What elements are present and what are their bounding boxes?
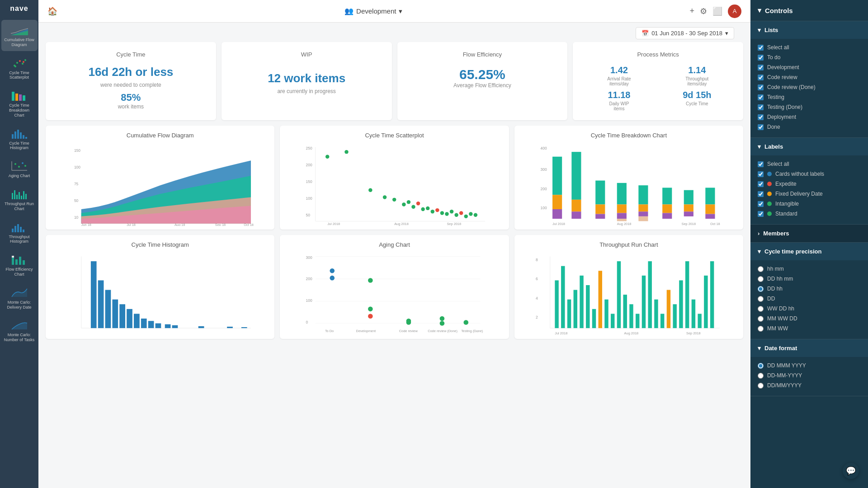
label-fixed-delivery[interactable]: Fixed Delivery Date — [758, 189, 861, 199]
sidebar-item-cfd[interactable]: Cumulative FlowDiagram — [1, 20, 38, 51]
precision-hhmm[interactable]: hh mm — [758, 264, 861, 274]
precision-wwddhh[interactable]: WW DD hh — [758, 304, 861, 314]
label-cards-no-labels-checkbox[interactable] — [758, 171, 764, 177]
label-select-all-checkbox[interactable] — [758, 161, 764, 167]
label-intangible[interactable]: Intangible — [758, 199, 861, 209]
sidebar-item-monte-delivery[interactable]: Monte Carlo:Delivery Date — [1, 282, 38, 314]
list-select-all[interactable]: Select all — [758, 42, 861, 52]
add-icon[interactable]: + — [689, 6, 694, 16]
process-cycle-time-value: 9d 15h — [660, 90, 734, 100]
sidebar-item-flow-efficiency[interactable]: Flow EfficiencyChart — [1, 249, 38, 281]
throughput-chart[interactable]: Throughput Run Chart 8 6 4 2 — [514, 235, 743, 339]
precision-ddhhmm-radio[interactable] — [758, 276, 764, 282]
breakdown-chart[interactable]: Cycle Time Breakdown Chart 400 300 200 1… — [514, 126, 743, 230]
list-deployment-checkbox[interactable] — [758, 114, 764, 120]
cfd-chart[interactable]: Cumulative Flow Diagram 150 100 75 50 10 — [46, 126, 274, 230]
project-selector[interactable]: 👥 Development ▾ — [344, 7, 402, 15]
list-code-review-done[interactable]: Code review (Done) — [758, 82, 861, 92]
sidebar-item-breakdown[interactable]: Cycle TimeBreakdown Chart — [1, 85, 38, 121]
dateformat-ddmmyyyy-slash-radio[interactable] — [758, 383, 764, 389]
label-standard[interactable]: Standard — [758, 209, 861, 219]
chevron-down-icon: ▾ — [399, 7, 402, 15]
label-select-all[interactable]: Select all — [758, 159, 861, 169]
svg-text:...: ... — [476, 329, 478, 333]
precision-mmwwdd-radio[interactable] — [758, 316, 764, 322]
members-label: Members — [763, 230, 789, 237]
precision-wwddhh-radio[interactable] — [758, 306, 764, 312]
label-fixed-delivery-checkbox[interactable] — [758, 191, 764, 197]
svg-rect-129 — [198, 326, 204, 328]
precision-mmwwdd[interactable]: MM WW DD — [758, 314, 861, 324]
dateformat-ddmmmyyyy-radio[interactable] — [758, 363, 764, 369]
dateformat-ddmmyyyy-slash[interactable]: DD/MM/YYYY — [758, 380, 861, 390]
svg-rect-131 — [241, 327, 247, 328]
sidebar-item-scatterplot[interactable]: Cycle TimeScatterplot — [1, 53, 38, 84]
wip-subtitle: are currently in progress — [231, 88, 383, 94]
ct-histogram-chart[interactable]: Cycle Time Histogram — [46, 235, 274, 339]
list-todo-checkbox[interactable] — [758, 55, 764, 61]
dateformat-ddmmyyyy[interactable]: DD-MM-YYYY — [758, 371, 861, 380]
svg-rect-182 — [679, 280, 683, 328]
label-expedite-checkbox[interactable] — [758, 181, 764, 187]
list-development-checkbox[interactable] — [758, 65, 764, 70]
dateformat-ddmmmyyyy[interactable]: DD MMM YYYY — [758, 361, 861, 371]
list-testing-checkbox[interactable] — [758, 94, 764, 100]
labels-content: Select all Cards without labels Expedite… — [750, 155, 868, 224]
avatar[interactable]: A — [728, 5, 741, 18]
label-cards-no-labels[interactable]: Cards without labels — [758, 169, 861, 179]
date-range-button[interactable]: 📅 01 Jun 2018 - 30 Sep 2018 ▾ — [636, 27, 734, 39]
svg-rect-130 — [227, 327, 233, 328]
members-section-header[interactable]: › Members — [750, 225, 868, 242]
precision-ddhh[interactable]: DD hh — [758, 284, 861, 294]
precision-ddhh-radio[interactable] — [758, 286, 764, 292]
precision-dd-radio[interactable] — [758, 296, 764, 302]
precision-mmww-radio[interactable] — [758, 326, 764, 332]
list-testing-done[interactable]: Testing (Done) — [758, 102, 861, 112]
cycle-time-pct-label: work items — [55, 103, 207, 110]
list-deployment[interactable]: Deployment — [758, 112, 861, 122]
chat-button[interactable]: 💬 — [843, 463, 859, 479]
sidebar-item-throughput-hist[interactable]: ThroughputHistogram — [1, 217, 38, 248]
process-cycle-time-label: Cycle Time — [660, 101, 734, 106]
sidebar-item-aging[interactable]: Aging Chart — [1, 156, 38, 182]
list-testing[interactable]: Testing — [758, 92, 861, 102]
precision-dd[interactable]: DD — [758, 294, 861, 304]
chevron-down-icon: ▾ — [758, 345, 761, 352]
date-format-section-header[interactable]: ▾ Date format — [750, 339, 868, 357]
svg-text:300: 300 — [306, 255, 312, 260]
list-code-review-done-checkbox[interactable] — [758, 84, 764, 90]
list-code-review[interactable]: Code review — [758, 72, 861, 82]
svg-rect-103 — [662, 204, 672, 213]
precision-mmww[interactable]: MM WW — [758, 324, 861, 333]
list-todo[interactable]: To do — [758, 52, 861, 62]
label-intangible-checkbox[interactable] — [758, 201, 764, 207]
aging-chart[interactable]: Aging Chart 300 200 100 0 — [280, 235, 509, 339]
list-select-all-checkbox[interactable] — [758, 45, 764, 51]
labels-section-header[interactable]: ▾ Labels — [750, 138, 868, 155]
label-standard-checkbox[interactable] — [758, 211, 764, 217]
list-done-checkbox[interactable] — [758, 124, 764, 130]
list-testing-done-checkbox[interactable] — [758, 104, 764, 110]
sidebar-item-monte-tasks[interactable]: Monte Carlo:Number of Tasks — [1, 315, 38, 346]
scatterplot-chart[interactable]: Cycle Time Scatterplot 250 200 150 100 5… — [280, 126, 509, 230]
flow-efficiency-icon — [10, 253, 28, 266]
list-done[interactable]: Done — [758, 122, 861, 132]
list-development[interactable]: Development — [758, 62, 861, 72]
precision-hhmm-radio[interactable] — [758, 266, 764, 272]
lists-section-header[interactable]: ▾ Lists — [750, 21, 868, 39]
dateformat-ddmmyyyy-radio[interactable] — [758, 373, 764, 379]
sidebar-item-throughput-run[interactable]: Throughput RunChart — [1, 184, 38, 215]
label-fixed-delivery-dot — [767, 192, 772, 196]
monitor-icon[interactable]: ⬜ — [712, 6, 722, 16]
list-done-label: Done — [767, 124, 780, 130]
home-icon[interactable]: 🏠 — [47, 6, 57, 16]
list-code-review-checkbox[interactable] — [758, 75, 764, 80]
wip-title: WIP — [231, 51, 383, 58]
list-todo-label: To do — [767, 54, 780, 61]
precision-ddhhmm[interactable]: DD hh mm — [758, 274, 861, 284]
precision-section-header[interactable]: ▾ Cycle time precision — [750, 243, 868, 260]
label-expedite[interactable]: Expedite — [758, 179, 861, 189]
svg-rect-39 — [23, 260, 25, 265]
settings-icon[interactable]: ⚙ — [700, 6, 707, 16]
sidebar-item-histogram[interactable]: Cycle TimeHistogram — [1, 123, 38, 155]
